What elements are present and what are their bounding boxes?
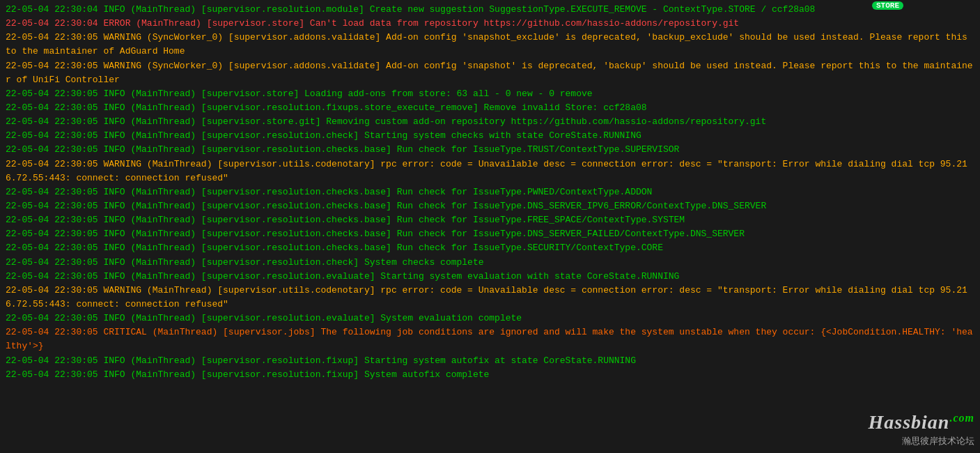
- log-line: 22-05-04 22:30:05 INFO (MainThread) [sup…: [6, 368, 974, 382]
- log-line: 22-05-04 22:30:05 INFO (MainThread) [sup…: [6, 199, 974, 213]
- watermark-subtitle: 瀚思彼岸技术论坛: [869, 435, 974, 447]
- log-line: 22-05-04 22:30:05 INFO (MainThread) [sup…: [6, 101, 974, 115]
- log-line: 22-05-04 22:30:05 CRITICAL (MainThread) …: [6, 325, 974, 353]
- log-line: 22-05-04 22:30:05 INFO (MainThread) [sup…: [6, 270, 974, 284]
- log-line: 22-05-04 22:30:05 INFO (MainThread) [sup…: [6, 354, 974, 368]
- log-line: 22-05-04 22:30:05 INFO (MainThread) [sup…: [6, 185, 974, 199]
- log-line: 22-05-04 22:30:05 INFO (MainThread) [sup…: [6, 129, 974, 143]
- log-line: 22-05-04 22:30:05 INFO (MainThread) [sup…: [6, 241, 974, 255]
- log-line: 22-05-04 22:30:05 INFO (MainThread) [sup…: [6, 256, 974, 270]
- watermark-brand: Hassbian: [869, 411, 950, 433]
- log-line: 22-05-04 22:30:05 INFO (MainThread) [sup…: [6, 227, 974, 241]
- log-line: 22-05-04 22:30:05 WARNING (MainThread) […: [6, 158, 974, 185]
- watermark: Hassbian.com 瀚思彼岸技术论坛: [869, 411, 974, 447]
- log-line: 22-05-04 22:30:05 INFO (MainThread) [sup…: [6, 312, 974, 325]
- log-line: 22-05-04 22:30:04 INFO (MainThread) [sup…: [6, 3, 974, 17]
- log-line: 22-05-04 22:30:05 INFO (MainThread) [sup…: [6, 213, 974, 227]
- store-badge: STORE: [872, 1, 903, 10]
- watermark-com: .com: [949, 412, 974, 424]
- log-line: 22-05-04 22:30:05 INFO (MainThread) [sup…: [6, 143, 974, 157]
- log-lines: 22-05-04 22:30:04 INFO (MainThread) [sup…: [6, 3, 974, 382]
- log-line: 22-05-04 22:30:05 WARNING (SyncWorker_0)…: [6, 59, 974, 87]
- log-container: STORE 22-05-04 22:30:04 INFO (MainThread…: [0, 0, 980, 453]
- log-line: 22-05-04 22:30:05 INFO (MainThread) [sup…: [6, 115, 974, 129]
- log-line: 22-05-04 22:30:04 ERROR (MainThread) [su…: [6, 17, 974, 31]
- log-line: 22-05-04 22:30:05 INFO (MainThread) [sup…: [6, 87, 974, 101]
- log-line: 22-05-04 22:30:05 WARNING (MainThread) […: [6, 284, 974, 312]
- watermark-logo: Hassbian.com: [869, 411, 974, 433]
- log-line: 22-05-04 22:30:05 WARNING (SyncWorker_0)…: [6, 31, 974, 59]
